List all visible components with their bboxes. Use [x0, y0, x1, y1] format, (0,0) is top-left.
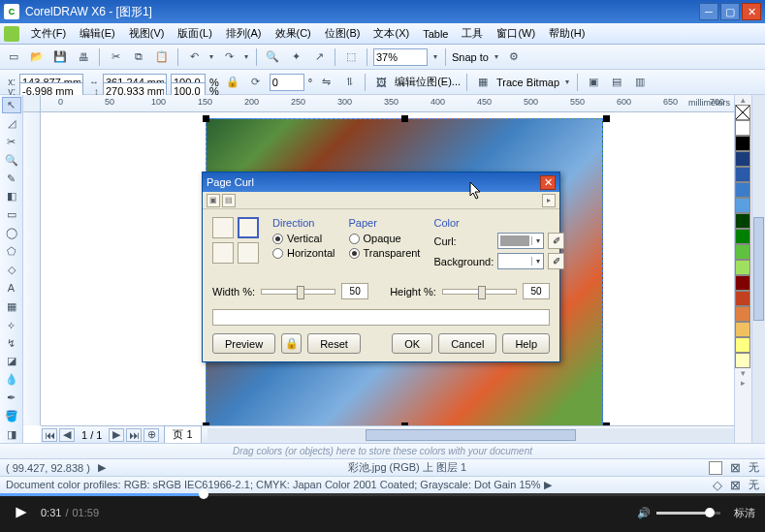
direction-vertical-radio[interactable]: Vertical: [272, 233, 335, 244]
direction-horizontal-radio[interactable]: Horizontal: [272, 247, 335, 259]
curl-eyedropper-button[interactable]: ✐: [548, 233, 564, 249]
wrap-icon[interactable]: ▥: [630, 73, 650, 92]
crop-tool-icon[interactable]: ✂: [2, 134, 21, 150]
effects-tool-icon[interactable]: ◪: [2, 353, 21, 369]
dialog-collapse-icon[interactable]: ▣: [207, 194, 220, 207]
swatch-5[interactable]: [735, 198, 750, 213]
volume-icon[interactable]: 🔊: [637, 507, 651, 519]
bg-color-picker[interactable]: ▾: [497, 253, 544, 269]
open-icon[interactable]: 📂: [27, 47, 47, 67]
edit-bitmap-label[interactable]: 编辑位图(E)...: [395, 75, 461, 89]
rotation-input[interactable]: [270, 74, 304, 91]
height-slider[interactable]: [442, 289, 517, 295]
copy-icon[interactable]: ⧉: [129, 47, 148, 67]
trace-dropdown[interactable]: ▾: [563, 78, 571, 86]
height-value[interactable]: 50: [523, 283, 550, 299]
crop-icon[interactable]: ▣: [584, 73, 603, 92]
swatch-10[interactable]: [735, 275, 750, 291]
save-icon[interactable]: 💾: [50, 47, 70, 67]
mirror-v-icon[interactable]: ⥮: [339, 73, 359, 92]
rotate-icon[interactable]: ⟳: [246, 73, 266, 92]
sel-handle-tc[interactable]: [401, 115, 408, 122]
sel-handle-tr[interactable]: [603, 115, 610, 122]
last-page-button[interactable]: ⏭: [126, 428, 142, 442]
width-slider-thumb[interactable]: [297, 286, 304, 299]
mirror-h-icon[interactable]: ⇋: [316, 73, 335, 92]
menu-table[interactable]: Table: [417, 26, 454, 42]
snapto-dropdown[interactable]: ▾: [493, 52, 500, 61]
menu-bitmap[interactable]: 位图(B): [319, 24, 367, 43]
zoom-tool-icon[interactable]: 🔍: [2, 152, 21, 169]
ok-button[interactable]: OK: [392, 333, 432, 354]
undo-icon[interactable]: ↶: [184, 47, 204, 67]
swatch-4[interactable]: [735, 182, 750, 198]
prev-page-button[interactable]: ◀: [59, 428, 75, 442]
curl-color-picker[interactable]: ▾: [497, 233, 544, 249]
connector-tool-icon[interactable]: ↯: [2, 335, 21, 352]
edit-bitmap-icon[interactable]: 🖼: [371, 73, 391, 92]
swatch-12[interactable]: [735, 306, 750, 322]
menu-edit[interactable]: 编辑(E): [74, 24, 121, 43]
lock-ratio-icon[interactable]: 🔒: [223, 73, 242, 92]
video-progress-bar[interactable]: [0, 493, 765, 496]
palette-scroll-down[interactable]: ▾: [735, 368, 750, 378]
horizontal-ruler[interactable]: millimeters 0501001502002503003504004505…: [41, 95, 734, 112]
cut-icon[interactable]: ✂: [106, 47, 125, 67]
shape-tool-icon[interactable]: ◿: [2, 115, 21, 132]
close-button[interactable]: ✕: [742, 3, 761, 20]
height-slider-thumb[interactable]: [478, 286, 486, 299]
play-button[interactable]: [10, 501, 33, 524]
welcome-icon[interactable]: ⬚: [341, 47, 361, 67]
swatch-3[interactable]: [735, 167, 750, 182]
swatch-7[interactable]: [735, 229, 750, 244]
polygon-tool-icon[interactable]: ⬠: [2, 243, 21, 260]
rectangle-tool-icon[interactable]: ▭: [2, 206, 21, 223]
document-palette-dropzone[interactable]: Drag colors (or objects) here to store t…: [0, 443, 765, 458]
ellipse-tool-icon[interactable]: ◯: [2, 225, 21, 241]
reset-button[interactable]: Reset: [307, 333, 361, 354]
menu-layout[interactable]: 版面(L): [172, 24, 217, 43]
palette-flyout[interactable]: ▸: [735, 378, 750, 388]
trace-bitmap-label[interactable]: Trace Bitmap: [496, 77, 559, 88]
paste-icon[interactable]: 📋: [152, 47, 172, 67]
quality-button[interactable]: 标清: [734, 506, 755, 520]
swatch-0[interactable]: [735, 120, 750, 136]
swatch-1[interactable]: [735, 136, 750, 151]
menu-file[interactable]: 文件(F): [25, 24, 72, 43]
redo-icon[interactable]: ↷: [219, 47, 239, 67]
interactive-fill-icon[interactable]: ◨: [2, 426, 21, 443]
maximize-button[interactable]: ▢: [720, 3, 740, 20]
swatch-6[interactable]: [735, 213, 750, 229]
swatch-none[interactable]: [735, 105, 750, 120]
swatch-8[interactable]: [735, 244, 750, 260]
menu-tools[interactable]: 工具: [456, 24, 489, 43]
preview-button[interactable]: Preview: [212, 333, 275, 354]
paper-transparent-radio[interactable]: Transparent: [349, 247, 421, 259]
ruler-origin[interactable]: [23, 95, 41, 112]
vertical-ruler[interactable]: [23, 112, 41, 425]
wand-icon[interactable]: ✦: [286, 47, 305, 67]
bg-eyedropper-button[interactable]: ✐: [548, 253, 564, 269]
corner-br-button[interactable]: [238, 242, 259, 264]
swatch-2[interactable]: [735, 151, 750, 167]
dialog-expand-icon[interactable]: ▸: [542, 194, 556, 207]
zoom-input[interactable]: [373, 48, 428, 66]
corner-tl-button[interactable]: [212, 217, 234, 238]
smartfill-tool-icon[interactable]: ◧: [2, 188, 21, 204]
menu-view[interactable]: 视图(V): [123, 24, 171, 43]
hscroll-thumb[interactable]: [366, 429, 576, 441]
pick-tool-icon[interactable]: ↖: [2, 97, 21, 113]
menu-effects[interactable]: 效果(C): [270, 24, 317, 43]
swatch-15[interactable]: [735, 353, 750, 368]
dialog-preview-toggle-icon[interactable]: ▤: [222, 194, 236, 207]
eyedropper-tool-icon[interactable]: 💧: [2, 371, 21, 388]
paper-opaque-radio[interactable]: Opaque: [349, 233, 421, 244]
launch-icon[interactable]: ↗: [309, 47, 329, 67]
print-icon[interactable]: 🖶: [74, 47, 93, 67]
new-icon[interactable]: ▭: [4, 47, 23, 67]
search-icon[interactable]: 🔍: [263, 47, 282, 67]
swatch-13[interactable]: [735, 322, 750, 337]
width-slider[interactable]: [261, 289, 335, 295]
fill-indicator[interactable]: [709, 461, 722, 475]
preview-lock-button[interactable]: 🔒: [281, 333, 302, 354]
